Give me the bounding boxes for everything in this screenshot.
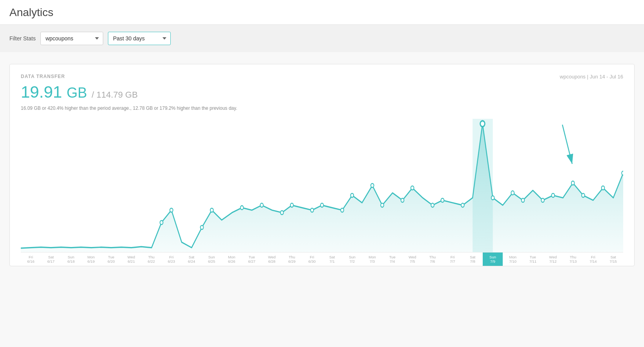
- data-point: [210, 208, 213, 212]
- x-axis-label: Tue7/11: [523, 252, 543, 266]
- x-axis-label: Mon6/19: [81, 252, 101, 266]
- svg-line-1: [562, 125, 572, 164]
- chart-main-unit: GB: [67, 85, 87, 101]
- chart-svg: [21, 119, 623, 252]
- x-axis-label: Wed7/5: [402, 252, 422, 266]
- x-axis-label: Thu7/6: [422, 252, 442, 266]
- filter-bar: Filter Stats wpcoupons Past 30 days Past…: [0, 25, 644, 52]
- data-point: [461, 203, 464, 207]
- chart-card: DATA TRANSFER wpcoupons | Jun 14 - Jul 1…: [9, 64, 635, 266]
- x-axis-label: Sat6/17: [41, 252, 61, 266]
- arrow-annotation: [539, 123, 586, 174]
- x-axis-label: Sat6/24: [181, 252, 201, 266]
- x-axis-label: Sat7/15: [603, 252, 623, 266]
- data-point: [260, 203, 263, 207]
- data-point: [401, 198, 404, 202]
- x-axis-label: Sun7/9: [483, 252, 503, 266]
- x-axis-label: Fri6/16: [21, 252, 41, 266]
- data-point: [541, 198, 544, 202]
- chart-area: [21, 119, 623, 252]
- data-point: [341, 208, 344, 212]
- data-point: [431, 203, 434, 207]
- x-axis-label: Tue7/4: [382, 252, 402, 266]
- data-point: [281, 211, 284, 214]
- site-filter-select[interactable]: wpcoupons: [40, 32, 103, 45]
- data-point: [170, 208, 173, 212]
- data-point: [290, 203, 294, 207]
- x-axis-labels: Fri6/16Sat6/17Sun6/18Mon6/19Tue6/20Wed6/…: [21, 252, 623, 266]
- period-filter-select[interactable]: Past 30 days Past 7 days This month Last…: [108, 32, 171, 45]
- x-axis-label: Fri6/23: [161, 252, 181, 266]
- chart-subtitle: 16.09 GB or 420.4% higher than the perio…: [21, 105, 623, 111]
- x-axis-label: Sat7/8: [463, 252, 483, 266]
- x-axis-label: Mon6/26: [222, 252, 242, 266]
- data-point: [310, 208, 314, 212]
- chart-header: DATA TRANSFER wpcoupons | Jun 14 - Jul 1…: [21, 74, 623, 80]
- page-title: Analytics: [9, 6, 635, 19]
- x-axis-label: Thu7/13: [563, 252, 583, 266]
- x-axis-label: Fri7/14: [583, 252, 603, 266]
- x-axis-label: Tue6/27: [242, 252, 262, 266]
- data-point: [551, 193, 555, 197]
- data-point: [582, 193, 585, 197]
- x-axis-label: Tue6/20: [101, 252, 121, 266]
- x-axis-label: Thu6/29: [282, 252, 302, 266]
- main-content: DATA TRANSFER wpcoupons | Jun 14 - Jul 1…: [0, 52, 644, 347]
- x-axis-label: Wed6/21: [121, 252, 141, 266]
- data-point: [201, 225, 204, 229]
- data-point: [381, 203, 384, 207]
- x-axis-label: Thu6/22: [141, 252, 161, 266]
- data-point: [441, 198, 444, 202]
- data-point: [522, 198, 525, 202]
- x-axis-label: Wed6/28: [262, 252, 282, 266]
- chart-date-range: wpcoupons | Jun 14 - Jul 16: [560, 74, 623, 80]
- data-point: [602, 186, 605, 190]
- data-point: [350, 193, 354, 197]
- x-axis-label: Fri7/7: [443, 252, 463, 266]
- chart-value-row: 19.91 GB / 114.79 GB: [21, 83, 623, 102]
- x-axis-label: Mon7/3: [362, 252, 382, 266]
- chart-main-value: 19.91 GB / 114.79 GB: [21, 83, 138, 101]
- filter-label: Filter Stats: [9, 35, 36, 42]
- page-header: Analytics: [0, 0, 644, 25]
- chart-title: DATA TRANSFER: [21, 74, 65, 79]
- x-axis-label: Sun6/18: [61, 252, 81, 266]
- x-axis-label: Sat7/1: [322, 252, 342, 266]
- data-point: [511, 191, 514, 195]
- x-axis-label: Sun7/2: [342, 252, 362, 266]
- x-axis-label: Wed7/12: [543, 252, 563, 266]
- data-point-highlighted: [480, 121, 485, 127]
- data-point: [491, 196, 494, 200]
- data-point: [571, 181, 575, 185]
- chart-main-number: 19.91: [21, 83, 62, 101]
- chart-fill: [21, 124, 623, 252]
- data-point: [241, 206, 244, 210]
- x-axis-label: Mon7/10: [503, 252, 523, 266]
- data-point: [321, 203, 324, 207]
- x-axis-label: Sun6/25: [202, 252, 222, 266]
- x-axis-label: Fri6/30: [302, 252, 322, 266]
- data-point: [371, 183, 374, 187]
- data-point: [622, 171, 623, 175]
- data-point: [160, 220, 163, 224]
- chart-total: / 114.79 GB: [91, 90, 137, 100]
- data-point: [411, 186, 414, 190]
